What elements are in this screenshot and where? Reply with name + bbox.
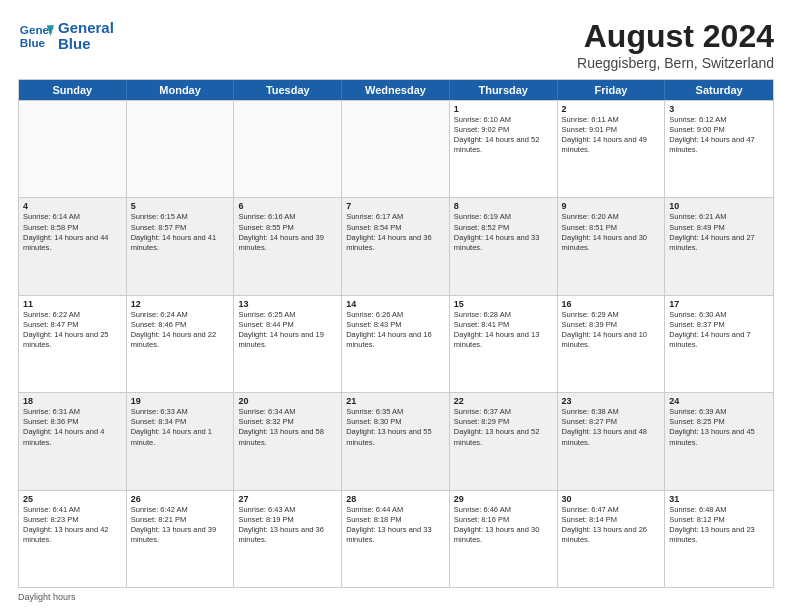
day-info: Sunrise: 6:21 AM Sunset: 8:49 PM Dayligh… bbox=[669, 212, 769, 253]
day-cell-29: 29Sunrise: 6:46 AM Sunset: 8:16 PM Dayli… bbox=[450, 491, 558, 587]
day-info: Sunrise: 6:14 AM Sunset: 8:58 PM Dayligh… bbox=[23, 212, 122, 253]
day-cell-25: 25Sunrise: 6:41 AM Sunset: 8:23 PM Dayli… bbox=[19, 491, 127, 587]
day-number: 13 bbox=[238, 299, 337, 309]
day-info: Sunrise: 6:31 AM Sunset: 8:36 PM Dayligh… bbox=[23, 407, 122, 448]
logo-icon: General Blue bbox=[18, 18, 54, 54]
day-info: Sunrise: 6:43 AM Sunset: 8:19 PM Dayligh… bbox=[238, 505, 337, 546]
day-cell-4: 4Sunrise: 6:14 AM Sunset: 8:58 PM Daylig… bbox=[19, 198, 127, 294]
day-number: 31 bbox=[669, 494, 769, 504]
day-info: Sunrise: 6:35 AM Sunset: 8:30 PM Dayligh… bbox=[346, 407, 445, 448]
title-block: August 2024 Rueggisberg, Bern, Switzerla… bbox=[577, 18, 774, 71]
weekday-header-saturday: Saturday bbox=[665, 80, 773, 100]
day-cell-14: 14Sunrise: 6:26 AM Sunset: 8:43 PM Dayli… bbox=[342, 296, 450, 392]
day-cell-3: 3Sunrise: 6:12 AM Sunset: 9:00 PM Daylig… bbox=[665, 101, 773, 197]
day-number: 25 bbox=[23, 494, 122, 504]
empty-cell-0-0 bbox=[19, 101, 127, 197]
month-title: August 2024 bbox=[577, 18, 774, 55]
calendar-header: SundayMondayTuesdayWednesdayThursdayFrid… bbox=[19, 80, 773, 100]
day-number: 4 bbox=[23, 201, 122, 211]
day-number: 24 bbox=[669, 396, 769, 406]
empty-cell-0-1 bbox=[127, 101, 235, 197]
day-cell-7: 7Sunrise: 6:17 AM Sunset: 8:54 PM Daylig… bbox=[342, 198, 450, 294]
logo-blue: Blue bbox=[58, 36, 114, 53]
day-cell-17: 17Sunrise: 6:30 AM Sunset: 8:37 PM Dayli… bbox=[665, 296, 773, 392]
day-cell-10: 10Sunrise: 6:21 AM Sunset: 8:49 PM Dayli… bbox=[665, 198, 773, 294]
day-number: 19 bbox=[131, 396, 230, 406]
day-info: Sunrise: 6:28 AM Sunset: 8:41 PM Dayligh… bbox=[454, 310, 553, 351]
day-info: Sunrise: 6:16 AM Sunset: 8:55 PM Dayligh… bbox=[238, 212, 337, 253]
day-info: Sunrise: 6:11 AM Sunset: 9:01 PM Dayligh… bbox=[562, 115, 661, 156]
day-info: Sunrise: 6:15 AM Sunset: 8:57 PM Dayligh… bbox=[131, 212, 230, 253]
weekday-header-thursday: Thursday bbox=[450, 80, 558, 100]
day-info: Sunrise: 6:19 AM Sunset: 8:52 PM Dayligh… bbox=[454, 212, 553, 253]
day-cell-16: 16Sunrise: 6:29 AM Sunset: 8:39 PM Dayli… bbox=[558, 296, 666, 392]
day-cell-31: 31Sunrise: 6:48 AM Sunset: 8:12 PM Dayli… bbox=[665, 491, 773, 587]
calendar-row-2: 11Sunrise: 6:22 AM Sunset: 8:47 PM Dayli… bbox=[19, 295, 773, 392]
day-number: 12 bbox=[131, 299, 230, 309]
day-cell-9: 9Sunrise: 6:20 AM Sunset: 8:51 PM Daylig… bbox=[558, 198, 666, 294]
empty-cell-0-2 bbox=[234, 101, 342, 197]
day-info: Sunrise: 6:47 AM Sunset: 8:14 PM Dayligh… bbox=[562, 505, 661, 546]
day-number: 26 bbox=[131, 494, 230, 504]
calendar: SundayMondayTuesdayWednesdayThursdayFrid… bbox=[18, 79, 774, 588]
logo: General Blue General Blue bbox=[18, 18, 114, 54]
day-cell-8: 8Sunrise: 6:19 AM Sunset: 8:52 PM Daylig… bbox=[450, 198, 558, 294]
day-cell-27: 27Sunrise: 6:43 AM Sunset: 8:19 PM Dayli… bbox=[234, 491, 342, 587]
day-number: 27 bbox=[238, 494, 337, 504]
day-number: 30 bbox=[562, 494, 661, 504]
logo-general: General bbox=[58, 20, 114, 37]
day-cell-11: 11Sunrise: 6:22 AM Sunset: 8:47 PM Dayli… bbox=[19, 296, 127, 392]
header: General Blue General Blue August 2024 Ru… bbox=[18, 18, 774, 71]
empty-cell-0-3 bbox=[342, 101, 450, 197]
calendar-row-4: 25Sunrise: 6:41 AM Sunset: 8:23 PM Dayli… bbox=[19, 490, 773, 587]
day-number: 28 bbox=[346, 494, 445, 504]
day-info: Sunrise: 6:30 AM Sunset: 8:37 PM Dayligh… bbox=[669, 310, 769, 351]
day-cell-18: 18Sunrise: 6:31 AM Sunset: 8:36 PM Dayli… bbox=[19, 393, 127, 489]
day-number: 15 bbox=[454, 299, 553, 309]
day-cell-26: 26Sunrise: 6:42 AM Sunset: 8:21 PM Dayli… bbox=[127, 491, 235, 587]
day-info: Sunrise: 6:48 AM Sunset: 8:12 PM Dayligh… bbox=[669, 505, 769, 546]
day-info: Sunrise: 6:34 AM Sunset: 8:32 PM Dayligh… bbox=[238, 407, 337, 448]
day-number: 10 bbox=[669, 201, 769, 211]
day-info: Sunrise: 6:17 AM Sunset: 8:54 PM Dayligh… bbox=[346, 212, 445, 253]
day-info: Sunrise: 6:10 AM Sunset: 9:02 PM Dayligh… bbox=[454, 115, 553, 156]
day-cell-12: 12Sunrise: 6:24 AM Sunset: 8:46 PM Dayli… bbox=[127, 296, 235, 392]
footer-note: Daylight hours bbox=[18, 592, 774, 602]
day-info: Sunrise: 6:22 AM Sunset: 8:47 PM Dayligh… bbox=[23, 310, 122, 351]
day-number: 2 bbox=[562, 104, 661, 114]
calendar-row-1: 4Sunrise: 6:14 AM Sunset: 8:58 PM Daylig… bbox=[19, 197, 773, 294]
day-info: Sunrise: 6:42 AM Sunset: 8:21 PM Dayligh… bbox=[131, 505, 230, 546]
day-number: 8 bbox=[454, 201, 553, 211]
day-cell-15: 15Sunrise: 6:28 AM Sunset: 8:41 PM Dayli… bbox=[450, 296, 558, 392]
day-info: Sunrise: 6:44 AM Sunset: 8:18 PM Dayligh… bbox=[346, 505, 445, 546]
weekday-header-friday: Friday bbox=[558, 80, 666, 100]
day-number: 14 bbox=[346, 299, 445, 309]
day-cell-13: 13Sunrise: 6:25 AM Sunset: 8:44 PM Dayli… bbox=[234, 296, 342, 392]
day-info: Sunrise: 6:33 AM Sunset: 8:34 PM Dayligh… bbox=[131, 407, 230, 448]
day-info: Sunrise: 6:12 AM Sunset: 9:00 PM Dayligh… bbox=[669, 115, 769, 156]
calendar-row-3: 18Sunrise: 6:31 AM Sunset: 8:36 PM Dayli… bbox=[19, 392, 773, 489]
page: General Blue General Blue August 2024 Ru… bbox=[0, 0, 792, 612]
calendar-body: 1Sunrise: 6:10 AM Sunset: 9:02 PM Daylig… bbox=[19, 100, 773, 587]
day-info: Sunrise: 6:29 AM Sunset: 8:39 PM Dayligh… bbox=[562, 310, 661, 351]
svg-text:Blue: Blue bbox=[20, 36, 46, 49]
day-number: 22 bbox=[454, 396, 553, 406]
day-cell-20: 20Sunrise: 6:34 AM Sunset: 8:32 PM Dayli… bbox=[234, 393, 342, 489]
weekday-header-sunday: Sunday bbox=[19, 80, 127, 100]
day-info: Sunrise: 6:37 AM Sunset: 8:29 PM Dayligh… bbox=[454, 407, 553, 448]
day-cell-5: 5Sunrise: 6:15 AM Sunset: 8:57 PM Daylig… bbox=[127, 198, 235, 294]
day-info: Sunrise: 6:20 AM Sunset: 8:51 PM Dayligh… bbox=[562, 212, 661, 253]
day-number: 17 bbox=[669, 299, 769, 309]
day-number: 16 bbox=[562, 299, 661, 309]
day-number: 3 bbox=[669, 104, 769, 114]
day-cell-28: 28Sunrise: 6:44 AM Sunset: 8:18 PM Dayli… bbox=[342, 491, 450, 587]
day-cell-2: 2Sunrise: 6:11 AM Sunset: 9:01 PM Daylig… bbox=[558, 101, 666, 197]
weekday-header-wednesday: Wednesday bbox=[342, 80, 450, 100]
subtitle: Rueggisberg, Bern, Switzerland bbox=[577, 55, 774, 71]
day-info: Sunrise: 6:26 AM Sunset: 8:43 PM Dayligh… bbox=[346, 310, 445, 351]
day-cell-19: 19Sunrise: 6:33 AM Sunset: 8:34 PM Dayli… bbox=[127, 393, 235, 489]
day-number: 18 bbox=[23, 396, 122, 406]
weekday-header-monday: Monday bbox=[127, 80, 235, 100]
day-info: Sunrise: 6:38 AM Sunset: 8:27 PM Dayligh… bbox=[562, 407, 661, 448]
day-cell-22: 22Sunrise: 6:37 AM Sunset: 8:29 PM Dayli… bbox=[450, 393, 558, 489]
